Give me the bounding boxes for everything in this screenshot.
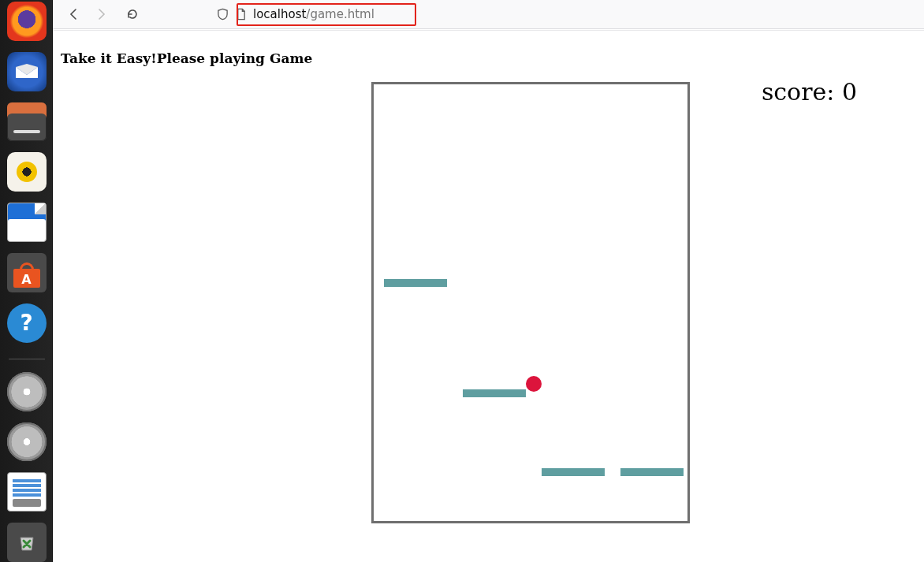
back-button[interactable] [62, 2, 86, 26]
ubuntu-dock: ? [0, 0, 53, 562]
firefox-icon[interactable] [7, 2, 47, 41]
browser-toolbar: localhost/game.html [53, 0, 924, 29]
toolbar-divider [53, 28, 924, 29]
help-icon[interactable]: ? [7, 303, 47, 343]
forward-button[interactable] [89, 2, 113, 26]
platform-1 [463, 389, 526, 397]
platform-2 [542, 468, 605, 476]
disk2-icon[interactable] [7, 422, 47, 462]
help-glyph: ? [20, 310, 32, 336]
shield-icon [217, 8, 229, 20]
page-icon [235, 8, 247, 20]
url-path: /game.html [306, 7, 374, 21]
platform-0 [384, 279, 447, 287]
page-content: Take it Easy!Please playing Game score: … [53, 31, 924, 562]
address-bar[interactable]: localhost/game.html [211, 2, 374, 26]
page-heading: Take it Easy!Please playing Game [61, 50, 312, 66]
score-value: 0 [842, 78, 857, 106]
rhythmbox-icon[interactable] [7, 152, 47, 192]
libreoffice-writer-icon[interactable] [7, 203, 47, 242]
files-icon[interactable] [7, 102, 47, 142]
address-icons [211, 8, 253, 20]
url-host: localhost [253, 7, 306, 21]
dock-separator [9, 359, 45, 359]
thunderbird-icon[interactable] [7, 52, 47, 91]
game-canvas[interactable] [371, 82, 690, 523]
player-ball [526, 376, 542, 392]
platform-3 [620, 468, 684, 476]
disk1-icon[interactable] [7, 372, 47, 411]
ubuntu-software-icon[interactable] [7, 253, 47, 292]
trash-icon[interactable] [7, 523, 47, 562]
score-label: score: [762, 78, 842, 106]
score-display: score: 0 [762, 78, 857, 106]
reload-button[interactable] [121, 2, 144, 26]
url-text: localhost/game.html [253, 7, 374, 21]
text-editor-icon[interactable] [7, 472, 47, 512]
